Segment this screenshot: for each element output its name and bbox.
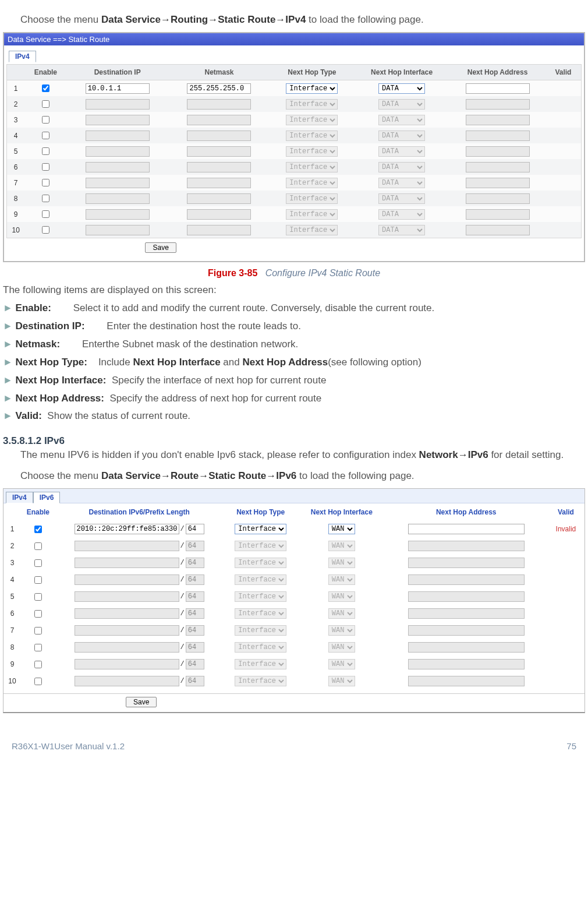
destination-ip-input[interactable] [86,146,150,157]
enable-checkbox[interactable] [42,132,49,139]
next-hop-type-select[interactable]: Interface [235,524,286,534]
next-hop-type-select[interactable]: Interface [235,541,286,551]
next-hop-interface-select[interactable]: DATA [378,225,425,235]
save-button[interactable]: Save [145,242,176,253]
save-button-2[interactable]: Save [126,697,157,707]
netmask-input[interactable] [187,193,251,204]
netmask-input[interactable] [187,131,251,141]
destination-ip-input[interactable] [86,131,150,141]
next-hop-address-input[interactable] [466,178,530,188]
enable-checkbox[interactable] [34,627,42,634]
destination-ipv6-input[interactable] [75,676,179,686]
prefix-length-input[interactable] [186,591,204,602]
next-hop-type-select[interactable]: Interface [286,178,338,188]
next-hop-type-select[interactable]: Interface [286,99,338,110]
enable-checkbox[interactable] [42,226,49,234]
next-hop-interface-select[interactable]: DATA [378,178,425,188]
destination-ip-input[interactable] [86,209,150,220]
next-hop-address-input[interactable] [408,625,525,636]
next-hop-type-select[interactable]: Interface [235,558,286,568]
next-hop-interface-select[interactable]: WAN [328,625,355,636]
destination-ipv6-input[interactable] [75,558,179,568]
tab-ipv6-2[interactable]: IPv6 [33,492,61,503]
netmask-input[interactable] [187,209,251,220]
next-hop-address-input[interactable] [408,659,525,669]
next-hop-address-input[interactable] [466,162,530,172]
next-hop-type-select[interactable]: Interface [286,83,338,94]
enable-checkbox[interactable] [42,163,49,171]
next-hop-address-input[interactable] [466,99,530,110]
prefix-length-input[interactable] [186,676,204,686]
prefix-length-input[interactable] [186,524,204,534]
enable-checkbox[interactable] [34,542,42,550]
enable-checkbox[interactable] [34,610,42,618]
next-hop-interface-select[interactable]: DATA [378,146,425,157]
destination-ipv6-input[interactable] [75,608,179,619]
netmask-input[interactable] [187,225,251,235]
enable-checkbox[interactable] [34,593,42,601]
netmask-input[interactable] [187,178,251,188]
next-hop-address-input[interactable] [408,558,525,568]
next-hop-address-input[interactable] [408,591,525,602]
netmask-input[interactable] [187,83,251,94]
enable-checkbox[interactable] [34,661,42,668]
next-hop-type-select[interactable]: Interface [235,659,286,669]
next-hop-address-input[interactable] [408,642,525,653]
enable-checkbox[interactable] [42,100,49,108]
next-hop-address-input[interactable] [408,541,525,551]
prefix-length-input[interactable] [186,625,204,636]
next-hop-type-select[interactable]: Interface [286,146,338,157]
next-hop-interface-select[interactable]: DATA [378,193,425,204]
next-hop-interface-select[interactable]: DATA [378,99,425,110]
destination-ipv6-input[interactable] [75,642,179,653]
prefix-length-input[interactable] [186,541,204,551]
next-hop-interface-select[interactable]: DATA [378,83,425,94]
next-hop-interface-select[interactable]: WAN [328,676,355,686]
destination-ip-input[interactable] [86,99,150,110]
destination-ip-input[interactable] [86,193,150,204]
destination-ipv6-input[interactable] [75,625,179,636]
enable-checkbox[interactable] [34,559,42,567]
enable-checkbox[interactable] [42,179,49,186]
next-hop-interface-select[interactable]: WAN [328,642,355,653]
next-hop-type-select[interactable]: Interface [235,676,286,686]
next-hop-address-input[interactable] [466,83,530,94]
prefix-length-input[interactable] [186,574,204,585]
next-hop-address-input[interactable] [466,225,530,235]
next-hop-interface-select[interactable]: DATA [378,162,425,172]
next-hop-interface-select[interactable]: WAN [328,524,355,534]
prefix-length-input[interactable] [186,608,204,619]
destination-ipv6-input[interactable] [75,659,179,669]
destination-ipv6-input[interactable] [75,541,179,551]
next-hop-address-input[interactable] [466,131,530,141]
destination-ipv6-input[interactable] [75,591,179,602]
destination-ip-input[interactable] [86,178,150,188]
next-hop-type-select[interactable]: Interface [235,574,286,585]
prefix-length-input[interactable] [186,558,204,568]
destination-ipv6-input[interactable] [75,574,179,585]
enable-checkbox[interactable] [42,84,49,92]
destination-ipv6-input[interactable] [75,524,179,534]
enable-checkbox[interactable] [34,526,42,533]
enable-checkbox[interactable] [34,644,42,651]
enable-checkbox[interactable] [34,576,42,584]
next-hop-type-select[interactable]: Interface [235,625,286,636]
next-hop-address-input[interactable] [466,193,530,204]
netmask-input[interactable] [187,162,251,172]
next-hop-type-select[interactable]: Interface [286,209,338,220]
tab-ipv4-2[interactable]: IPv4 [6,492,33,503]
next-hop-type-select[interactable]: Interface [235,608,286,619]
netmask-input[interactable] [187,99,251,110]
enable-checkbox[interactable] [34,678,42,685]
destination-ip-input[interactable] [86,225,150,235]
next-hop-type-select[interactable]: Interface [286,115,338,125]
tab-ipv4[interactable]: IPv4 [9,51,36,62]
next-hop-type-select[interactable]: Interface [286,131,338,141]
next-hop-address-input[interactable] [408,524,525,534]
next-hop-interface-select[interactable]: DATA [378,209,425,220]
enable-checkbox[interactable] [42,147,49,155]
next-hop-address-input[interactable] [466,146,530,157]
next-hop-interface-select[interactable]: WAN [328,541,355,551]
netmask-input[interactable] [187,146,251,157]
next-hop-address-input[interactable] [408,676,525,686]
